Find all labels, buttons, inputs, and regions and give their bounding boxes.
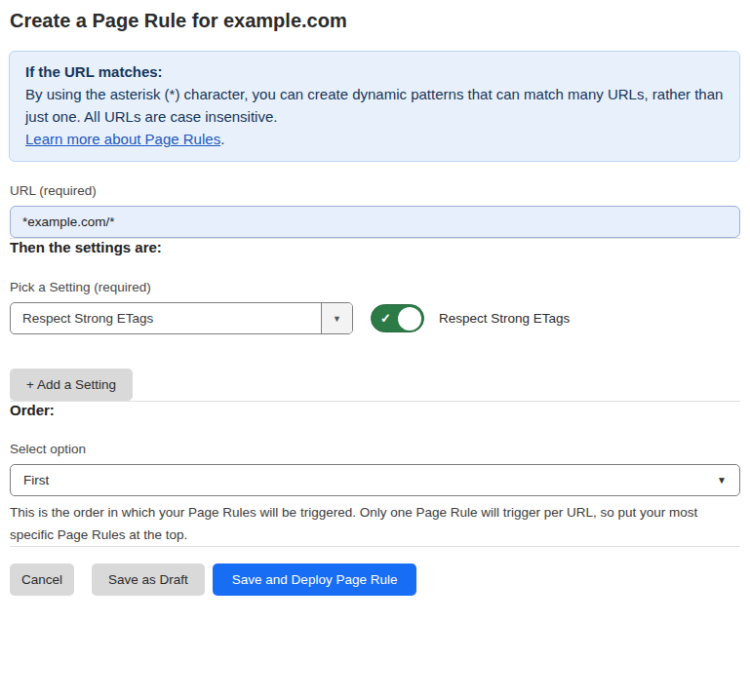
setting-select[interactable]: Respect Strong ETags ▼: [10, 302, 353, 334]
save-and-deploy-button[interactable]: Save and Deploy Page Rule: [213, 564, 417, 596]
chevron-down-icon: ▼: [333, 314, 341, 324]
divider: [10, 546, 740, 547]
footer-actions: Cancel Save as Draft Save and Deploy Pag…: [10, 564, 740, 596]
info-box-body: By using the asterisk (*) character, you…: [25, 83, 724, 128]
info-box-heading: If the URL matches:: [25, 60, 724, 83]
order-section-heading: Order:: [10, 402, 740, 418]
order-select-label: Select option: [10, 442, 740, 456]
url-match-info-box: If the URL matches: By using the asteris…: [9, 51, 740, 162]
save-as-draft-button[interactable]: Save as Draft: [92, 564, 205, 596]
chevron-down-icon: ▼: [717, 475, 727, 486]
order-select[interactable]: First ▼: [10, 464, 740, 496]
url-field-label: URL (required): [10, 183, 740, 198]
page-container: Create a Page Rule for example.com If th…: [0, 9, 750, 596]
page-title: Create a Page Rule for example.com: [10, 9, 740, 32]
order-help-text: This is the order in which your Page Rul…: [10, 501, 739, 546]
setting-select-value: Respect Strong ETags: [11, 311, 321, 326]
setting-row: Respect Strong ETags ▼ ✓ Respect Strong …: [10, 302, 740, 334]
setting-toggle[interactable]: ✓: [371, 304, 424, 332]
url-input[interactable]: [10, 206, 740, 238]
info-box-link-line: Learn more about Page Rules.: [25, 128, 724, 150]
settings-section-heading: Then the settings are:: [10, 239, 740, 255]
setting-toggle-label: Respect Strong ETags: [439, 311, 570, 326]
toggle-knob: [398, 307, 421, 331]
order-select-value: First: [23, 473, 49, 487]
learn-more-link[interactable]: Learn more about Page Rules: [25, 131, 220, 147]
link-suffix: .: [220, 131, 224, 147]
add-setting-button[interactable]: + Add a Setting: [10, 369, 133, 401]
cancel-button[interactable]: Cancel: [10, 564, 74, 596]
setting-picker-label: Pick a Setting (required): [10, 280, 740, 294]
check-icon: ✓: [380, 312, 391, 325]
setting-select-arrow-button[interactable]: ▼: [321, 303, 352, 333]
